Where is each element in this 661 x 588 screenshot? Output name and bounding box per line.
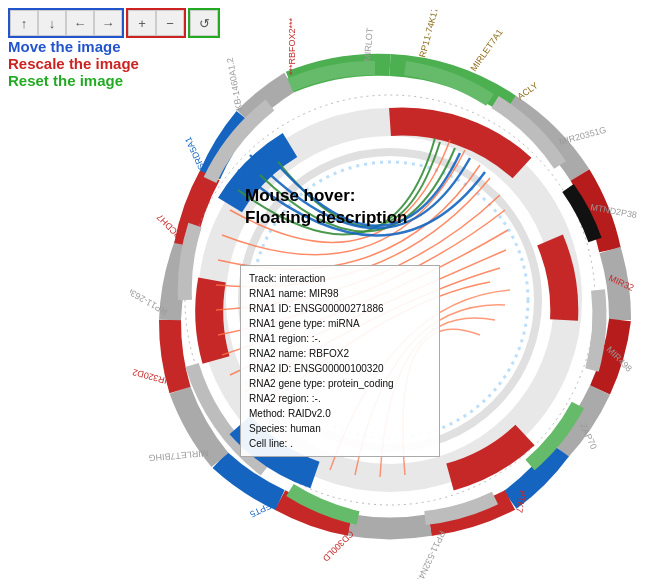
move-left-button[interactable]: ← bbox=[66, 10, 94, 36]
move-down-button[interactable]: ↓ bbox=[38, 10, 66, 36]
label-rp11-74k17: RP11-74K17.1 bbox=[417, 10, 442, 59]
label-mirlet7a1: MIRLET7A1 bbox=[468, 27, 504, 73]
label-cd300ld: CD300LD bbox=[320, 529, 355, 564]
label-rbfox2: ***RBFOX2*** bbox=[287, 17, 297, 75]
label-acly: ACLY bbox=[515, 80, 539, 101]
float-desc-line: RNA2 name: RBFOX2 bbox=[249, 346, 431, 361]
float-desc-line: RNA2 ID: ENSG00000100320 bbox=[249, 361, 431, 376]
float-desc-line: Track: interaction bbox=[249, 271, 431, 286]
hover-title-line2: Floating description bbox=[245, 207, 407, 229]
float-desc-line: RNA1 ID: ENSG00000271886 bbox=[249, 301, 431, 316]
move-up-button[interactable]: ↑ bbox=[10, 10, 38, 36]
float-desc-lines: Track: interactionRNA1 name: MIR98RNA1 I… bbox=[249, 271, 431, 451]
float-description-box: Track: interactionRNA1 name: MIR98RNA1 I… bbox=[240, 265, 440, 457]
float-desc-line: RNA1 gene type: miRNA bbox=[249, 316, 431, 331]
move-group: ↑ ↓ ← → bbox=[8, 8, 124, 38]
move-label: Move the image bbox=[8, 38, 139, 55]
float-desc-line: RNA1 name: MIR98 bbox=[249, 286, 431, 301]
label-kb1460a1: KB-1460A1.2 bbox=[225, 57, 244, 111]
reset-label: Reset the image bbox=[8, 72, 139, 89]
inner-arc-red2 bbox=[550, 240, 564, 320]
label-mir20351g: MIR20351G bbox=[558, 125, 607, 147]
rescale-label: Rescale the image bbox=[8, 55, 139, 72]
label-mirlet7bihg: MIRLET7BIHG bbox=[148, 448, 209, 463]
hover-label: Mouse hover: Floating description bbox=[245, 185, 407, 229]
move-right-button[interactable]: → bbox=[94, 10, 122, 36]
hover-title-line1: Mouse hover: bbox=[245, 185, 407, 207]
float-desc-line: RNA2 region: :-. bbox=[249, 391, 431, 406]
float-desc-line: Method: RAIDv2.0 bbox=[249, 406, 431, 421]
float-desc-line: RNA1 region: :-. bbox=[249, 331, 431, 346]
inner-arc-red4 bbox=[209, 280, 216, 360]
arc-rp11-532 bbox=[350, 525, 430, 528]
float-desc-line: RNA2 gene type: protein_coding bbox=[249, 376, 431, 391]
label-srd5a1: SRD5A1 bbox=[183, 135, 207, 171]
gene-block-3 bbox=[592, 290, 599, 370]
gene-block-8 bbox=[185, 225, 195, 300]
float-desc-line: Species: human bbox=[249, 421, 431, 436]
float-desc-line: Cell line: . bbox=[249, 436, 431, 451]
labels: Move the image Rescale the image Reset t… bbox=[8, 38, 139, 89]
